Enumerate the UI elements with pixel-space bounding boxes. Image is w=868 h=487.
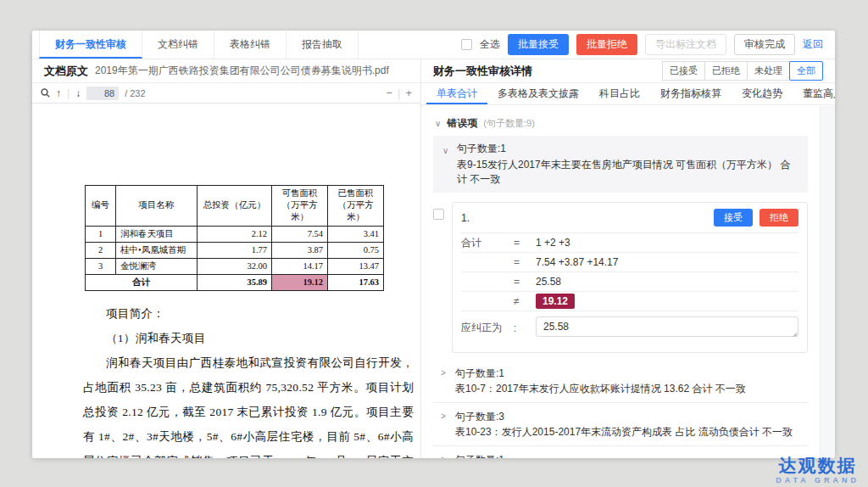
audit-tab-3[interactable]: 财务指标核算 bbox=[650, 83, 732, 104]
brand-logo: 达观数据 DATA GRAND bbox=[776, 456, 860, 484]
back-link[interactable]: 返回 bbox=[803, 37, 823, 52]
error-list-item[interactable]: >句子数量:1表10-7：2017年末发行人应收款坏账计提情况 13.62 合计… bbox=[433, 360, 808, 402]
filter-group: 已接受已拒绝未处理全部 bbox=[663, 61, 823, 81]
table-cell: 1.77 bbox=[198, 242, 272, 258]
table-total-cell: 17.63 bbox=[328, 274, 384, 290]
card-body: 合计=1 +2 +3=7.54 +3.87 +14.17=25.58≠19.12… bbox=[453, 232, 807, 352]
error-detail-card: 1. 接受 拒绝 合计=1 +2 +3=7.54 +3.87 +14.17=25… bbox=[452, 202, 808, 353]
split-panes: 文档原文 2019年第一期广西铁路投资集团有限公司公司债券募集说明书.pdf ↑… bbox=[32, 59, 835, 458]
calc-operator: = bbox=[514, 237, 536, 249]
page-down-icon[interactable]: ↓ bbox=[75, 87, 81, 99]
page-number-input[interactable] bbox=[86, 87, 119, 100]
audit-tab-0[interactable]: 单表合计 bbox=[426, 83, 487, 104]
expanded-error-item[interactable]: ∨ 句子数量:1 表9-15发行人2017年末主要在售房地产项目情况 可售面积（… bbox=[433, 136, 808, 193]
reject-button[interactable]: 拒绝 bbox=[760, 209, 798, 227]
table-cell: 润和春天项目 bbox=[116, 226, 198, 242]
filter-button-2[interactable]: 未处理 bbox=[747, 61, 790, 81]
batch-reject-button[interactable]: 批量拒绝 bbox=[576, 34, 637, 54]
table-header-cell: 编号 bbox=[86, 186, 116, 227]
audit-title: 财务一致性审核详情 bbox=[433, 64, 532, 79]
table-cell: 0.75 bbox=[328, 242, 384, 258]
table-total-label: 合计 bbox=[86, 274, 198, 290]
document-paragraphs: 项目简介：（1）润和春天项目润和春天项目由广西桂泰地和武宣投资有限公司自行开发，… bbox=[83, 301, 414, 458]
table-cell: 3.41 bbox=[328, 226, 384, 242]
sentence-count: 句子数量:1 bbox=[455, 453, 804, 458]
correction-input[interactable]: 25.58 bbox=[536, 316, 798, 337]
zoom-controls: − | + bbox=[386, 87, 412, 99]
error-list-item[interactable]: >句子数量:1发行人2015-2017年度经审计的合并利润表 2015年度 三、… bbox=[433, 445, 808, 458]
vertical-scrollbar[interactable] bbox=[820, 106, 835, 458]
document-table: 编号项目名称总投资（亿元）可售面积 （万平方米）已售面积 （万平方米） 1润和春… bbox=[85, 185, 384, 291]
pdf-page[interactable]: 编号项目名称总投资（亿元）可售面积 （万平方米）已售面积 （万平方米） 1润和春… bbox=[32, 104, 420, 458]
error-item-list: >句子数量:1表10-7：2017年末发行人应收款坏账计提情况 13.62 合计… bbox=[433, 360, 808, 458]
card-index: 1. bbox=[461, 212, 470, 224]
calc-expression: 1 +2 +3 bbox=[536, 237, 570, 249]
table-row: 3金悦澜湾32.0014.1713.47 bbox=[86, 258, 384, 274]
chevron-down-icon: ∨ bbox=[442, 147, 448, 155]
document-filename: 2019年第一期广西铁路投资集团有限公司公司债券募集说明书.pdf bbox=[95, 64, 389, 78]
document-header: 文档原文 2019年第一期广西铁路投资集团有限公司公司债券募集说明书.pdf bbox=[32, 59, 420, 83]
top-tab-2[interactable]: 表格纠错 bbox=[214, 31, 287, 59]
top-tab-1[interactable]: 文档纠错 bbox=[142, 31, 214, 59]
export-annotated-doc-button[interactable]: 导出标注文档 bbox=[645, 34, 726, 54]
audit-complete-button[interactable]: 审核完成 bbox=[734, 34, 795, 54]
table-cell: 32.00 bbox=[198, 258, 272, 274]
table-cell: 2.12 bbox=[198, 226, 272, 242]
document-table-body: 1润和春天项目2.127.543.412桂中•凤凰城首期1.773.870.75… bbox=[86, 226, 384, 290]
table-cell: 桂中•凤凰城首期 bbox=[116, 242, 198, 258]
chevron-right-icon: > bbox=[441, 412, 446, 421]
filter-button-0[interactable]: 已接受 bbox=[662, 61, 705, 81]
calc-operator: = bbox=[514, 276, 536, 288]
error-section-header[interactable]: ∨ 错误项 (句子数量:9) bbox=[433, 110, 808, 136]
error-section-count: (句子数量:9) bbox=[483, 117, 535, 130]
audit-header: 财务一致性审核详情 已接受已拒绝未处理全部 bbox=[421, 59, 835, 83]
brand-logo-cn: 达观数据 bbox=[776, 456, 860, 476]
chevron-down-icon: ∨ bbox=[435, 120, 441, 128]
table-header-cell: 已售面积 （万平方米） bbox=[328, 186, 384, 227]
brand-logo-en: DATA GRAND bbox=[776, 476, 860, 484]
batch-accept-button[interactable]: 批量接受 bbox=[508, 34, 569, 54]
filter-button-1[interactable]: 已拒绝 bbox=[704, 61, 748, 81]
audit-tab-4[interactable]: 变化趋势 bbox=[732, 83, 793, 104]
document-paragraph: （1）润和春天项目 bbox=[83, 326, 414, 350]
error-section-title: 错误项 bbox=[447, 116, 477, 131]
audit-content: ∨ 错误项 (句子数量:9) ∨ 句子数量:1 表9-15发行人2017年末主要… bbox=[421, 105, 820, 458]
top-tab-0[interactable]: 财务一致性审核 bbox=[39, 31, 142, 59]
table-cell: 13.47 bbox=[328, 258, 384, 274]
sentence-count: 句子数量:3 bbox=[455, 410, 804, 423]
table-total-row: 合计35.8919.1217.63 bbox=[86, 274, 384, 290]
audit-tab-5[interactable]: 董监高人员 bbox=[793, 83, 835, 104]
zoom-out-icon[interactable]: − bbox=[386, 87, 392, 99]
document-table-header-row: 编号项目名称总投资（亿元）可售面积 （万平方米）已售面积 （万平方米） bbox=[86, 186, 384, 227]
top-tab-bar: 财务一致性审核文档纠错表格纠错报告抽取 bbox=[32, 31, 359, 59]
calc-row: =7.54 +3.87 +14.17 bbox=[461, 252, 798, 271]
table-cell: 3.87 bbox=[272, 242, 328, 258]
audit-detail-pane: 财务一致性审核详情 已接受已拒绝未处理全部 单表合计多表格及表文披露科目占比财务… bbox=[421, 59, 835, 458]
calc-row: ≠19.12 bbox=[461, 291, 798, 311]
audit-tab-2[interactable]: 科目占比 bbox=[589, 83, 650, 104]
select-all-checkbox[interactable] bbox=[461, 39, 472, 50]
error-card-row: 1. 接受 拒绝 合计=1 +2 +3=7.54 +3.87 +14.17=25… bbox=[433, 202, 808, 353]
search-icon[interactable] bbox=[41, 88, 50, 98]
table-cell: 金悦澜湾 bbox=[116, 258, 198, 274]
table-cell: 7.54 bbox=[272, 226, 328, 242]
zoom-in-icon[interactable]: + bbox=[405, 87, 412, 99]
accept-button[interactable]: 接受 bbox=[714, 209, 753, 227]
table-cell: 2 bbox=[86, 242, 116, 258]
select-all-label: 全选 bbox=[480, 37, 500, 52]
correction-colon: : bbox=[514, 322, 536, 334]
error-list-item[interactable]: >句子数量:3表10-23：发行人2015-2017年末流动资产构成表 占比 流… bbox=[433, 402, 808, 445]
table-total-cell: 35.89 bbox=[198, 274, 272, 290]
calc-row: 合计=1 +2 +3 bbox=[461, 232, 798, 252]
calc-row: =25.58 bbox=[461, 271, 798, 291]
error-description: 表10-23：发行人2015-2017年末流动资产构成表 占比 流动负债合计 不… bbox=[455, 425, 804, 439]
page-up-icon[interactable]: ↑ bbox=[56, 87, 61, 99]
error-item-checkbox[interactable] bbox=[433, 209, 444, 220]
top-tab-3[interactable]: 报告抽取 bbox=[287, 31, 359, 59]
audit-tab-1[interactable]: 多表格及表文披露 bbox=[487, 83, 589, 104]
highlighted-total-cell: 19.12 bbox=[272, 274, 328, 290]
calc-rows: 合计=1 +2 +3=7.54 +3.87 +14.17=25.58≠19.12 bbox=[461, 232, 798, 311]
table-cell: 14.17 bbox=[272, 258, 328, 274]
filter-button-3[interactable]: 全部 bbox=[789, 61, 823, 81]
correction-input-wrap: 25.58 ◢ bbox=[536, 316, 798, 339]
